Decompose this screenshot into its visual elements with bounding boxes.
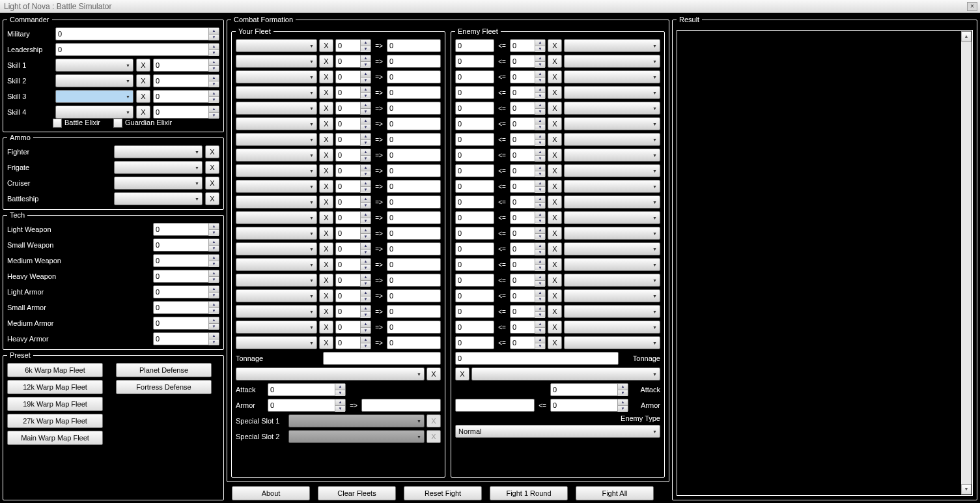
enemy-ship-clear-button[interactable]: X (548, 227, 562, 240)
spin-up-icon[interactable]: ▲ (208, 333, 219, 339)
enemy-ship-combo[interactable] (564, 227, 660, 240)
spin-up-icon[interactable]: ▲ (208, 28, 219, 35)
spin-down-icon[interactable]: ▼ (208, 230, 219, 236)
enemy-ship-clear-button[interactable]: X (548, 55, 562, 68)
your-ship-clear-button[interactable]: X (319, 117, 333, 130)
leadership-input[interactable]: 0 ▲▼ (55, 43, 219, 56)
tech-input[interactable]: 0 ▲▼ (153, 285, 219, 298)
spin-down-icon[interactable]: ▼ (208, 293, 219, 298)
enemy-ship-count-input[interactable]: 0▲▼ (510, 117, 546, 130)
your-armor-input[interactable]: 0▲▼ (268, 399, 346, 412)
your-ship-clear-button[interactable]: X (319, 70, 333, 83)
preset-button[interactable]: 19k Warp Map Fleet (7, 397, 103, 411)
enemy-ship-count-input[interactable]: 0▲▼ (510, 242, 546, 255)
spin-up-icon[interactable]: ▲ (208, 255, 219, 261)
your-ship-combo[interactable] (236, 133, 317, 146)
your-ship-clear-button[interactable]: X (319, 133, 333, 146)
enemy-ship-combo[interactable] (564, 211, 660, 224)
your-ship-clear-button[interactable]: X (319, 149, 333, 162)
skill-combo[interactable] (55, 90, 133, 103)
your-ship-count-input[interactable]: 0▲▼ (335, 242, 371, 255)
skill-value-input[interactable]: 0 ▲▼ (153, 106, 219, 119)
your-ship-clear-button[interactable]: X (319, 164, 333, 177)
action-button[interactable]: Fight 1 Round (490, 486, 568, 500)
your-ship-clear-button[interactable]: X (319, 102, 333, 115)
enemy-extra-clear-button[interactable]: X (455, 367, 469, 381)
enemy-type-combo[interactable]: Normal (455, 425, 660, 438)
your-ship-combo[interactable] (236, 227, 317, 240)
your-ship-count-input[interactable]: 0▲▼ (335, 289, 371, 302)
ammo-combo[interactable] (114, 177, 203, 190)
your-ship-combo[interactable] (236, 211, 317, 224)
enemy-ship-count-input[interactable]: 0▲▼ (510, 258, 546, 271)
your-ship-combo[interactable] (236, 39, 317, 52)
enemy-ship-combo[interactable] (564, 195, 660, 208)
enemy-ship-clear-button[interactable]: X (548, 258, 562, 271)
preset-button[interactable]: Main Warp Map Fleet (7, 431, 103, 445)
enemy-ship-combo[interactable] (564, 164, 660, 177)
skill-value-input[interactable]: 0 ▲▼ (153, 59, 219, 72)
spin-up-icon[interactable]: ▲ (208, 239, 219, 246)
spin-down-icon[interactable]: ▼ (208, 339, 219, 345)
spin-up-icon[interactable]: ▲ (208, 286, 219, 293)
spin-down-icon[interactable]: ▼ (208, 261, 219, 267)
enemy-ship-count-input[interactable]: 0▲▼ (510, 289, 546, 302)
your-ship-count-input[interactable]: 0▲▼ (335, 180, 371, 193)
your-ship-count-input[interactable]: 0▲▼ (335, 133, 371, 146)
tech-input[interactable]: 0 ▲▼ (153, 223, 219, 236)
ammo-clear-button[interactable]: X (205, 177, 219, 190)
your-ship-count-input[interactable]: 0▲▼ (335, 195, 371, 208)
your-ship-combo[interactable] (236, 102, 317, 115)
your-extra-clear-button[interactable]: X (427, 367, 441, 381)
enemy-ship-clear-button[interactable]: X (548, 164, 562, 177)
enemy-extra-combo[interactable] (471, 367, 660, 381)
enemy-ship-combo[interactable] (564, 274, 660, 287)
enemy-ship-clear-button[interactable]: X (548, 274, 562, 287)
spin-down-icon[interactable]: ▼ (208, 324, 219, 330)
enemy-ship-clear-button[interactable]: X (548, 86, 562, 99)
your-ship-combo[interactable] (236, 274, 317, 287)
skill-value-input[interactable]: 0 ▲▼ (153, 90, 219, 103)
ammo-combo[interactable] (114, 161, 203, 174)
action-button[interactable]: About (232, 486, 310, 500)
your-ship-clear-button[interactable]: X (319, 336, 333, 349)
enemy-ship-combo[interactable] (564, 102, 660, 115)
your-ship-combo[interactable] (236, 242, 317, 255)
skill-combo[interactable] (55, 59, 133, 72)
your-ship-count-input[interactable]: 0▲▼ (335, 117, 371, 130)
enemy-ship-combo[interactable] (564, 336, 660, 349)
your-ship-count-input[interactable]: 0▲▼ (335, 149, 371, 162)
enemy-ship-combo[interactable] (564, 180, 660, 193)
enemy-ship-clear-button[interactable]: X (548, 195, 562, 208)
special-slot2-combo[interactable] (288, 430, 425, 443)
enemy-ship-clear-button[interactable]: X (548, 211, 562, 224)
enemy-ship-combo[interactable] (564, 55, 660, 68)
enemy-ship-combo[interactable] (564, 70, 660, 83)
skill-clear-button[interactable]: X (136, 106, 150, 119)
action-button[interactable]: Clear Fleets (318, 486, 396, 500)
your-ship-count-input[interactable]: 0▲▼ (335, 55, 371, 68)
enemy-ship-clear-button[interactable]: X (548, 102, 562, 115)
preset-button[interactable]: Planet Defense (116, 363, 212, 377)
ammo-clear-button[interactable]: X (205, 161, 219, 174)
enemy-ship-clear-button[interactable]: X (548, 289, 562, 302)
enemy-ship-count-input[interactable]: 0▲▼ (510, 180, 546, 193)
military-input[interactable]: 0 ▲▼ (55, 27, 219, 40)
your-ship-clear-button[interactable]: X (319, 274, 333, 287)
spin-down-icon[interactable]: ▼ (208, 97, 219, 103)
enemy-ship-combo[interactable] (564, 321, 660, 334)
result-scrollbar[interactable]: ▲ ▼ (961, 31, 972, 495)
spin-up-icon[interactable]: ▲ (208, 302, 219, 308)
your-ship-combo[interactable] (236, 55, 317, 68)
your-ship-combo[interactable] (236, 70, 317, 83)
your-ship-count-input[interactable]: 0▲▼ (335, 227, 371, 240)
your-ship-clear-button[interactable]: X (319, 289, 333, 302)
your-extra-combo[interactable] (236, 367, 425, 381)
enemy-ship-combo[interactable] (564, 133, 660, 146)
your-ship-clear-button[interactable]: X (319, 227, 333, 240)
enemy-ship-combo[interactable] (564, 242, 660, 255)
enemy-ship-count-input[interactable]: 0▲▼ (510, 321, 546, 334)
your-ship-clear-button[interactable]: X (319, 321, 333, 334)
spin-down-icon[interactable]: ▼ (208, 66, 219, 72)
enemy-ship-clear-button[interactable]: X (548, 305, 562, 318)
